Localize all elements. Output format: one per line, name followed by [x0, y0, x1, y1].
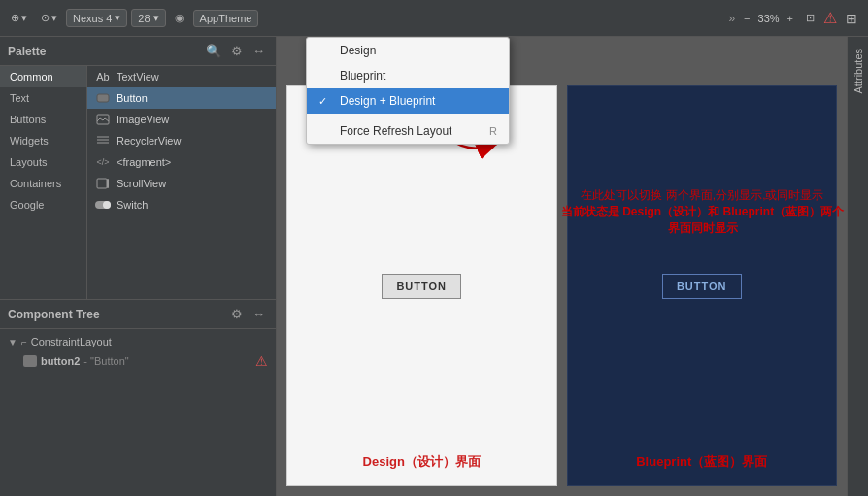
- toolbar-expand-icon: »: [728, 12, 735, 25]
- component-tree-title: Component Tree: [8, 308, 228, 321]
- sidebar-item-common[interactable]: Common: [0, 66, 86, 87]
- chevron-down-icon: ▾: [51, 12, 57, 24]
- canvas-area: Design Blueprint ✓ Design + Blueprint Fo…: [277, 37, 847, 496]
- dropdown-item-design[interactable]: Design: [307, 38, 509, 63]
- chevron-down-icon: ▾: [21, 12, 27, 24]
- palette-title: Palette: [8, 45, 203, 58]
- dropdown-item-blueprint[interactable]: Blueprint: [307, 63, 509, 88]
- blueprint-panel-label: Blueprint（蓝图）界面: [636, 453, 767, 471]
- palette-categories: Common Text Buttons Widgets Layouts Cont…: [0, 66, 87, 299]
- palette-item-switch[interactable]: Switch: [87, 194, 276, 215]
- layers-icon: ⊕: [11, 12, 19, 24]
- sidebar-item-google[interactable]: Google: [0, 194, 86, 215]
- main-area: Palette 🔍 ⚙ ↔ Common Text Buttons Widget…: [0, 37, 868, 496]
- palette-search-btn[interactable]: 🔍: [203, 43, 224, 59]
- chevron-down-icon: ▾: [115, 12, 120, 24]
- palette-item-label: RecyclerView: [117, 135, 181, 147]
- palette-items: Ab TextView Button ImageView: [87, 66, 276, 299]
- theme-selector[interactable]: ◉: [170, 9, 189, 27]
- tree-item-label: ConstraintLayout: [31, 336, 112, 347]
- tree-actions: ⚙ ↔: [228, 306, 268, 322]
- warning-icon[interactable]: ⚠: [823, 9, 837, 27]
- dropdown-label: Design + Blueprint: [340, 94, 435, 108]
- sidebar-item-containers[interactable]: Containers: [0, 173, 86, 194]
- component-tree: Component Tree ⚙ ↔ ▼ ⌐ ConstraintLayout …: [0, 299, 276, 376]
- annotation-box: 在此处可以切换 两个界面,分别显示,或同时显示 当前状态是 Design（设计）…: [558, 187, 847, 237]
- palette-item-button[interactable]: Button: [87, 87, 276, 109]
- svg-rect-0: [97, 94, 109, 102]
- sidebar-item-widgets[interactable]: Widgets: [0, 130, 86, 151]
- left-panel: Palette 🔍 ⚙ ↔ Common Text Buttons Widget…: [0, 37, 277, 496]
- zoom-fit-btn[interactable]: ⊡: [801, 9, 819, 27]
- attributes-panel: Attributes: [847, 37, 868, 496]
- button-icon: [95, 91, 111, 105]
- zoom-level: 33%: [758, 13, 780, 24]
- svg-rect-5: [97, 179, 107, 188]
- palette-item-scrollview[interactable]: ScrollView: [87, 173, 276, 194]
- annotation-line2: 当前状态是 Design（设计）和 Blueprint（蓝图）两个界面同时显示: [558, 204, 847, 237]
- scrollview-icon: [95, 177, 111, 190]
- dropdown-label: Force Refresh Layout: [340, 124, 451, 138]
- tree-items: ▼ ⌐ ConstraintLayout button2 - "Button" …: [0, 329, 276, 376]
- palette-content: Common Text Buttons Widgets Layouts Cont…: [0, 66, 276, 299]
- palette-layout-btn[interactable]: ↔: [250, 43, 268, 59]
- switch-icon: [95, 198, 111, 212]
- palette-header: Palette 🔍 ⚙ ↔: [0, 37, 276, 66]
- imageview-icon: [95, 113, 111, 126]
- zoom-in-btn[interactable]: +: [783, 10, 798, 27]
- dropdown-label: Blueprint: [340, 69, 385, 83]
- palette-item-label: TextView: [117, 71, 159, 83]
- constraint-icon: ⌐: [21, 337, 27, 347]
- tree-layout-btn[interactable]: ↔: [250, 306, 268, 322]
- grid-icon: ⊞: [846, 11, 857, 26]
- zoom-controls: − 33% + ⊡: [739, 9, 819, 27]
- fragment-icon: </>: [95, 155, 111, 169]
- palette-gear-btn[interactable]: ⚙: [228, 43, 246, 59]
- toolbar: ⊕ ▾ ⊙ ▾ Nexus 4 ▾ 28 ▾ ◉ AppTheme » − 33…: [0, 0, 868, 37]
- design-blueprint-toggle[interactable]: ⊕ ▾: [6, 9, 32, 27]
- check-icon: ✓: [318, 95, 332, 108]
- sidebar-item-text[interactable]: Text: [0, 87, 86, 109]
- palette-actions: 🔍 ⚙ ↔: [203, 43, 268, 59]
- blueprint-panel: BUTTON Blueprint（蓝图）界面: [567, 85, 838, 486]
- palette-item-fragment[interactable]: </> <fragment>: [87, 151, 276, 173]
- sidebar-item-buttons[interactable]: Buttons: [0, 109, 86, 130]
- chevron-down-icon: ▾: [153, 12, 159, 24]
- expand-icon: ▼: [8, 337, 17, 347]
- sidebar-item-layouts[interactable]: Layouts: [0, 151, 86, 173]
- dropdown-item-design-blueprint[interactable]: ✓ Design + Blueprint: [307, 88, 509, 114]
- palette-item-label: <fragment>: [117, 156, 171, 168]
- toolbar-right: » − 33% + ⊡ ⚠ ⊞: [728, 8, 862, 29]
- palette-item-textview[interactable]: Ab TextView: [87, 66, 276, 87]
- device-label: Nexus 4: [73, 13, 112, 24]
- design-panel: BUTTON Design（设计）界面: [286, 85, 557, 486]
- textview-icon: Ab: [95, 70, 111, 83]
- tree-child-label: button2: [41, 355, 80, 367]
- api-selector[interactable]: 28 ▾: [131, 9, 165, 27]
- palette-item-imageview[interactable]: ImageView: [87, 109, 276, 130]
- device-icon: ⊙: [41, 12, 50, 24]
- svg-rect-6: [107, 179, 109, 188]
- component-tree-header: Component Tree ⚙ ↔: [0, 300, 276, 329]
- button-name: button2: [41, 355, 80, 367]
- grid-btn[interactable]: ⊞: [841, 8, 862, 29]
- zoom-out-btn[interactable]: −: [739, 10, 754, 27]
- palette-item-label: ScrollView: [117, 178, 166, 189]
- tree-gear-btn[interactable]: ⚙: [228, 306, 246, 322]
- theme-label[interactable]: AppTheme: [193, 10, 259, 27]
- palette-item-recyclerview[interactable]: RecyclerView: [87, 130, 276, 151]
- palette-item-label: Button: [117, 92, 148, 104]
- dropdown-separator: [307, 116, 509, 116]
- dropdown-item-force-refresh[interactable]: Force Refresh Layout R: [307, 118, 509, 144]
- theme-icon: ◉: [175, 12, 184, 24]
- attributes-label: Attributes: [852, 49, 864, 93]
- palette-item-label: ImageView: [117, 114, 169, 125]
- device-selector[interactable]: Nexus 4 ▾: [66, 9, 127, 27]
- tree-child-button2[interactable]: button2 - "Button" ⚠: [0, 350, 276, 372]
- recyclerview-icon: [95, 134, 111, 148]
- annotation-line1: 在此处可以切换 两个界面,分别显示,或同时显示: [558, 187, 847, 204]
- tree-item-constraintlayout[interactable]: ▼ ⌐ ConstraintLayout: [0, 333, 276, 350]
- zoom-fit-icon: ⊡: [806, 12, 815, 24]
- button-icon-small: [23, 355, 37, 367]
- orientation-btn[interactable]: ⊙ ▾: [36, 9, 62, 27]
